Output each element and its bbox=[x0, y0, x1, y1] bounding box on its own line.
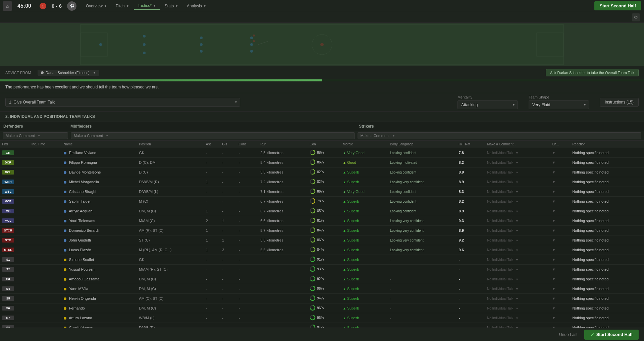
svg-point-15 bbox=[250, 50, 253, 53]
cell-position: ST (C) bbox=[137, 235, 204, 245]
cell-name[interactable]: Cristiano Biraghi bbox=[62, 187, 137, 197]
cell-ch[interactable]: ▼ bbox=[550, 167, 571, 177]
defenders-comment-dropdown[interactable]: Make a Comment ▼ bbox=[3, 132, 68, 139]
cell-morale: ▲ Superb bbox=[341, 255, 388, 265]
cell-make-comment[interactable]: No Individual Talk ▼ bbox=[485, 167, 550, 177]
cell-name[interactable]: Youri Tielemans bbox=[62, 216, 137, 226]
svg-point-10 bbox=[200, 37, 203, 39]
strikers-comment-dropdown[interactable]: Make a Comment ▼ bbox=[358, 132, 642, 139]
cell-name[interactable]: Fernando bbox=[62, 303, 137, 313]
settings-button[interactable]: ⚙ bbox=[632, 13, 640, 21]
cell-make-comment[interactable]: No Individual Talk ▼ bbox=[485, 255, 550, 265]
cell-reaction: Nothing specific noted bbox=[570, 148, 644, 158]
cell-name[interactable]: Filippo Romagna bbox=[62, 158, 137, 167]
svg-point-5 bbox=[320, 43, 324, 46]
cell-ch[interactable]: ▼ bbox=[550, 255, 571, 265]
cell-name[interactable]: Saphir Taider bbox=[62, 197, 137, 206]
cell-make-comment[interactable]: No Individual Talk ▼ bbox=[485, 284, 550, 294]
cell-ch[interactable]: ▼ bbox=[550, 235, 571, 245]
cell-ht-rat: - bbox=[457, 265, 485, 274]
team-talk-dropdown[interactable]: 1. Give Overall Team Talk bbox=[5, 98, 240, 107]
nav-stats[interactable]: Stats ▼ bbox=[161, 2, 182, 10]
cell-gls: - bbox=[220, 255, 236, 265]
cell-ch[interactable]: ▼ bbox=[550, 274, 571, 284]
cell-ch[interactable]: ▼ bbox=[550, 158, 571, 167]
cell-name[interactable]: Michel Morganella bbox=[62, 177, 137, 187]
cell-make-comment[interactable]: No Individual Talk ▼ bbox=[485, 158, 550, 167]
cell-make-comment[interactable]: No Individual Talk ▼ bbox=[485, 294, 550, 303]
svg-point-11 bbox=[200, 43, 203, 46]
advice-text: The performance has been excellent and w… bbox=[0, 81, 644, 93]
nav-pitch[interactable]: Pitch ▼ bbox=[112, 2, 133, 10]
cell-pkd: WBL bbox=[0, 187, 30, 197]
cell-ch[interactable]: ▼ bbox=[550, 313, 571, 323]
alert-badge[interactable]: 1 bbox=[40, 3, 46, 9]
cell-ht-rat: 8.9 bbox=[457, 226, 485, 235]
advisor-selector[interactable]: Darlan Schneider (Fitness) ▼ bbox=[38, 70, 99, 76]
cell-make-comment[interactable]: No Individual Talk ▼ bbox=[485, 206, 550, 216]
cell-make-comment[interactable]: No Individual Talk ▼ bbox=[485, 197, 550, 206]
table-row: STCR Domenico Berardi AM (R), ST (C) 1 -… bbox=[0, 226, 644, 235]
cell-make-comment[interactable]: No Individual Talk ▼ bbox=[485, 274, 550, 284]
cell-name[interactable]: Domenico Berardi bbox=[62, 226, 137, 235]
nav-analysis[interactable]: Analysis ▼ bbox=[183, 2, 210, 10]
cell-ch[interactable]: ▼ bbox=[550, 206, 571, 216]
nav-overview[interactable]: Overview ▼ bbox=[82, 2, 111, 10]
cell-name[interactable]: Emiliano Viviano bbox=[62, 148, 137, 158]
table-row: MCL Youri Tielemans M/AM (C) 2 1 - 6.6 k… bbox=[0, 216, 644, 226]
cell-reaction: Nothing specific noted bbox=[570, 167, 644, 177]
cell-morale: ▲ Superb bbox=[341, 245, 388, 255]
cell-name[interactable]: Yann M'Vila bbox=[62, 284, 137, 294]
cell-make-comment[interactable]: No Individual Talk ▼ bbox=[485, 187, 550, 197]
cell-run: 7.1 kilometres bbox=[258, 187, 308, 197]
cell-name[interactable]: Lucas Piazón bbox=[62, 245, 137, 255]
cell-reaction: Nothing specific noted bbox=[570, 158, 644, 167]
cell-make-comment[interactable]: No Individual Talk ▼ bbox=[485, 148, 550, 158]
cell-ch[interactable]: ▼ bbox=[550, 303, 571, 313]
cell-make-comment[interactable]: No Individual Talk ▼ bbox=[485, 235, 550, 245]
cell-name[interactable]: Hervin Ongenda bbox=[62, 294, 137, 303]
cell-make-comment[interactable]: No Individual Talk ▼ bbox=[485, 226, 550, 235]
col-make-comment: Make a Comment... bbox=[485, 141, 550, 148]
cell-morale: ▲ Superb bbox=[341, 216, 388, 226]
cell-pkd: S7 bbox=[0, 313, 30, 323]
cell-ch[interactable]: ▼ bbox=[550, 265, 571, 274]
cell-ch[interactable]: ▼ bbox=[550, 226, 571, 235]
cell-inc-time bbox=[30, 255, 62, 265]
cell-name[interactable]: Simone Scuffet bbox=[62, 255, 137, 265]
cell-ch[interactable]: ▼ bbox=[550, 294, 571, 303]
cell-name[interactable]: Davide Monteleone bbox=[62, 167, 137, 177]
cell-make-comment[interactable]: No Individual Talk ▼ bbox=[485, 303, 550, 313]
cell-ch[interactable]: ▼ bbox=[550, 148, 571, 158]
cell-ch[interactable]: ▼ bbox=[550, 177, 571, 187]
cell-name[interactable]: Afriyie Acquah bbox=[62, 206, 137, 216]
cell-name[interactable]: John Guidetti bbox=[62, 235, 137, 245]
midfielders-comment-dropdown[interactable]: Make a Comment ▼ bbox=[71, 132, 355, 139]
cell-ch[interactable]: ▼ bbox=[550, 216, 571, 226]
mentality-dropdown[interactable]: Attacking bbox=[458, 100, 518, 109]
cell-con: 86% bbox=[308, 235, 341, 245]
ask-advisor-button[interactable]: Ask Darlan Schneider to take the Overall… bbox=[546, 69, 639, 76]
cell-name[interactable]: Arturo Lozano bbox=[62, 313, 137, 323]
svg-point-6 bbox=[99, 43, 102, 46]
cell-ch[interactable]: ▼ bbox=[550, 197, 571, 206]
start-second-half-top-button[interactable]: Start Second Half bbox=[594, 1, 641, 10]
cell-gls: - bbox=[220, 313, 236, 323]
instructions-button[interactable]: Instructions (15) bbox=[600, 98, 639, 107]
cell-make-comment[interactable]: No Individual Talk ▼ bbox=[485, 245, 550, 255]
start-second-half-bottom-button[interactable]: ✓ Start Second Half bbox=[584, 330, 639, 340]
cell-ch[interactable]: ▼ bbox=[550, 284, 571, 294]
home-button[interactable]: ⌂ bbox=[3, 1, 12, 11]
cell-make-comment[interactable]: No Individual Talk ▼ bbox=[485, 313, 550, 323]
cell-name[interactable]: Yussuf Poulsen bbox=[62, 265, 137, 274]
nav-tactics[interactable]: Tactics* ▼ bbox=[134, 2, 160, 10]
cell-ch[interactable]: ▼ bbox=[550, 245, 571, 255]
cell-make-comment[interactable]: No Individual Talk ▼ bbox=[485, 216, 550, 226]
undo-last-button[interactable]: Undo Last bbox=[556, 331, 580, 338]
cell-conc: - bbox=[237, 245, 259, 255]
cell-make-comment[interactable]: No Individual Talk ▼ bbox=[485, 177, 550, 187]
cell-make-comment[interactable]: No Individual Talk ▼ bbox=[485, 265, 550, 274]
cell-name[interactable]: Amadou Gassama bbox=[62, 274, 137, 284]
team-shape-dropdown[interactable]: Very Fluid bbox=[529, 100, 589, 109]
cell-ch[interactable]: ▼ bbox=[550, 187, 571, 197]
